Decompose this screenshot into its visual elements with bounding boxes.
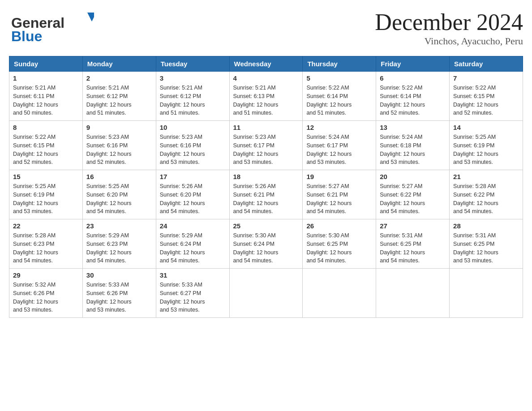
day-number: 24 <box>160 222 226 230</box>
day-number: 31 <box>160 271 226 279</box>
day-info: Sunrise: 5:22 AM Sunset: 6:14 PM Dayligh… <box>306 84 372 117</box>
day-header-saturday: Saturday <box>450 56 523 72</box>
calendar-cell: 6 Sunrise: 5:22 AM Sunset: 6:14 PM Dayli… <box>376 72 450 121</box>
day-info: Sunrise: 5:24 AM Sunset: 6:18 PM Dayligh… <box>380 133 446 167</box>
day-number: 22 <box>13 222 79 230</box>
day-info: Sunrise: 5:21 AM Sunset: 6:12 PM Dayligh… <box>160 84 226 117</box>
day-number: 16 <box>86 173 152 180</box>
calendar-cell: 24 Sunrise: 5:29 AM Sunset: 6:24 PM Dayl… <box>156 219 229 269</box>
calendar-cell: 1 Sunrise: 5:21 AM Sunset: 6:11 PM Dayli… <box>9 72 83 121</box>
calendar-cell <box>376 269 450 318</box>
day-info: Sunrise: 5:25 AM Sunset: 6:20 PM Dayligh… <box>86 182 152 216</box>
calendar-cell: 22 Sunrise: 5:28 AM Sunset: 6:23 PM Dayl… <box>9 219 83 269</box>
calendar-cell: 15 Sunrise: 5:25 AM Sunset: 6:19 PM Dayl… <box>9 170 83 219</box>
day-info: Sunrise: 5:32 AM Sunset: 6:26 PM Dayligh… <box>13 281 79 314</box>
day-number: 17 <box>160 173 226 180</box>
page-header: General Blue December 2024 Vinchos, Ayac… <box>9 9 523 47</box>
title-section: December 2024 Vinchos, Ayacucho, Peru <box>375 9 523 47</box>
day-number: 6 <box>380 74 446 82</box>
calendar-cell: 7 Sunrise: 5:22 AM Sunset: 6:15 PM Dayli… <box>450 72 523 121</box>
calendar-cell: 14 Sunrise: 5:25 AM Sunset: 6:19 PM Dayl… <box>450 121 523 170</box>
calendar-cell: 28 Sunrise: 5:31 AM Sunset: 6:25 PM Dayl… <box>450 219 523 269</box>
calendar-cell: 16 Sunrise: 5:25 AM Sunset: 6:20 PM Dayl… <box>82 170 156 219</box>
calendar-week-3: 15 Sunrise: 5:25 AM Sunset: 6:19 PM Dayl… <box>9 170 523 219</box>
day-info: Sunrise: 5:21 AM Sunset: 6:11 PM Dayligh… <box>13 84 79 117</box>
day-number: 15 <box>13 173 79 180</box>
day-number: 7 <box>453 74 519 82</box>
calendar-cell: 31 Sunrise: 5:33 AM Sunset: 6:27 PM Dayl… <box>156 269 229 318</box>
calendar-cell: 25 Sunrise: 5:30 AM Sunset: 6:24 PM Dayl… <box>229 219 303 269</box>
day-number: 1 <box>13 74 79 82</box>
logo: General Blue <box>9 9 94 47</box>
calendar-cell: 5 Sunrise: 5:22 AM Sunset: 6:14 PM Dayli… <box>303 72 376 121</box>
calendar-cell <box>303 269 376 318</box>
day-number: 11 <box>233 124 299 131</box>
day-info: Sunrise: 5:23 AM Sunset: 6:16 PM Dayligh… <box>86 133 152 167</box>
day-header-friday: Friday <box>376 56 450 72</box>
day-number: 14 <box>453 124 519 131</box>
day-info: Sunrise: 5:27 AM Sunset: 6:22 PM Dayligh… <box>380 182 446 216</box>
day-number: 10 <box>160 124 226 131</box>
day-info: Sunrise: 5:30 AM Sunset: 6:25 PM Dayligh… <box>306 231 372 265</box>
calendar-cell: 8 Sunrise: 5:22 AM Sunset: 6:15 PM Dayli… <box>9 121 83 170</box>
calendar-cell: 4 Sunrise: 5:21 AM Sunset: 6:13 PM Dayli… <box>229 72 303 121</box>
svg-text:Blue: Blue <box>11 28 42 44</box>
calendar-cell: 26 Sunrise: 5:30 AM Sunset: 6:25 PM Dayl… <box>303 219 376 269</box>
day-number: 20 <box>380 173 446 180</box>
calendar-cell: 20 Sunrise: 5:27 AM Sunset: 6:22 PM Dayl… <box>376 170 450 219</box>
calendar-cell: 30 Sunrise: 5:33 AM Sunset: 6:26 PM Dayl… <box>82 269 156 318</box>
calendar-cell: 19 Sunrise: 5:27 AM Sunset: 6:21 PM Dayl… <box>303 170 376 219</box>
day-number: 2 <box>86 74 152 82</box>
day-info: Sunrise: 5:22 AM Sunset: 6:14 PM Dayligh… <box>380 84 446 117</box>
day-number: 12 <box>306 124 372 131</box>
day-number: 29 <box>13 271 79 279</box>
day-info: Sunrise: 5:31 AM Sunset: 6:25 PM Dayligh… <box>380 231 446 265</box>
day-info: Sunrise: 5:21 AM Sunset: 6:13 PM Dayligh… <box>233 84 299 117</box>
calendar-week-2: 8 Sunrise: 5:22 AM Sunset: 6:15 PM Dayli… <box>9 121 523 170</box>
day-header-thursday: Thursday <box>303 56 376 72</box>
day-number: 21 <box>453 173 519 180</box>
calendar-cell: 17 Sunrise: 5:26 AM Sunset: 6:20 PM Dayl… <box>156 170 229 219</box>
day-info: Sunrise: 5:30 AM Sunset: 6:24 PM Dayligh… <box>233 231 299 265</box>
day-number: 30 <box>86 271 152 279</box>
location-title: Vinchos, Ayacucho, Peru <box>375 35 523 47</box>
day-info: Sunrise: 5:33 AM Sunset: 6:27 PM Dayligh… <box>160 281 226 314</box>
calendar-cell <box>229 269 303 318</box>
day-info: Sunrise: 5:28 AM Sunset: 6:23 PM Dayligh… <box>13 231 79 265</box>
day-number: 26 <box>306 222 372 230</box>
day-number: 23 <box>86 222 152 230</box>
calendar-week-4: 22 Sunrise: 5:28 AM Sunset: 6:23 PM Dayl… <box>9 219 523 269</box>
day-number: 25 <box>233 222 299 230</box>
day-number: 27 <box>380 222 446 230</box>
day-header-tuesday: Tuesday <box>156 56 229 72</box>
calendar-cell: 10 Sunrise: 5:23 AM Sunset: 6:16 PM Dayl… <box>156 121 229 170</box>
day-info: Sunrise: 5:31 AM Sunset: 6:25 PM Dayligh… <box>453 231 519 265</box>
calendar-week-1: 1 Sunrise: 5:21 AM Sunset: 6:11 PM Dayli… <box>9 72 523 121</box>
day-info: Sunrise: 5:22 AM Sunset: 6:15 PM Dayligh… <box>13 133 79 167</box>
calendar-cell: 11 Sunrise: 5:23 AM Sunset: 6:17 PM Dayl… <box>229 121 303 170</box>
calendar-cell: 27 Sunrise: 5:31 AM Sunset: 6:25 PM Dayl… <box>376 219 450 269</box>
day-number: 8 <box>13 124 79 131</box>
day-number: 18 <box>233 173 299 180</box>
calendar-week-5: 29 Sunrise: 5:32 AM Sunset: 6:26 PM Dayl… <box>9 269 523 318</box>
calendar-cell: 2 Sunrise: 5:21 AM Sunset: 6:12 PM Dayli… <box>82 72 156 121</box>
day-info: Sunrise: 5:23 AM Sunset: 6:16 PM Dayligh… <box>160 133 226 167</box>
calendar-cell: 9 Sunrise: 5:23 AM Sunset: 6:16 PM Dayli… <box>82 121 156 170</box>
logo-svg: General Blue <box>9 9 94 47</box>
day-number: 28 <box>453 222 519 230</box>
day-info: Sunrise: 5:23 AM Sunset: 6:17 PM Dayligh… <box>233 133 299 167</box>
calendar-cell: 12 Sunrise: 5:24 AM Sunset: 6:17 PM Dayl… <box>303 121 376 170</box>
day-header-monday: Monday <box>82 56 156 72</box>
day-header-sunday: Sunday <box>9 56 83 72</box>
month-title: December 2024 <box>375 9 523 35</box>
day-info: Sunrise: 5:24 AM Sunset: 6:17 PM Dayligh… <box>306 133 372 167</box>
day-number: 5 <box>306 74 372 82</box>
day-info: Sunrise: 5:28 AM Sunset: 6:22 PM Dayligh… <box>453 182 519 216</box>
day-number: 13 <box>380 124 446 131</box>
day-info: Sunrise: 5:29 AM Sunset: 6:23 PM Dayligh… <box>86 231 152 265</box>
calendar-cell: 23 Sunrise: 5:29 AM Sunset: 6:23 PM Dayl… <box>82 219 156 269</box>
calendar-cell: 3 Sunrise: 5:21 AM Sunset: 6:12 PM Dayli… <box>156 72 229 121</box>
day-info: Sunrise: 5:22 AM Sunset: 6:15 PM Dayligh… <box>453 84 519 117</box>
calendar-cell: 18 Sunrise: 5:26 AM Sunset: 6:21 PM Dayl… <box>229 170 303 219</box>
day-info: Sunrise: 5:26 AM Sunset: 6:21 PM Dayligh… <box>233 182 299 216</box>
